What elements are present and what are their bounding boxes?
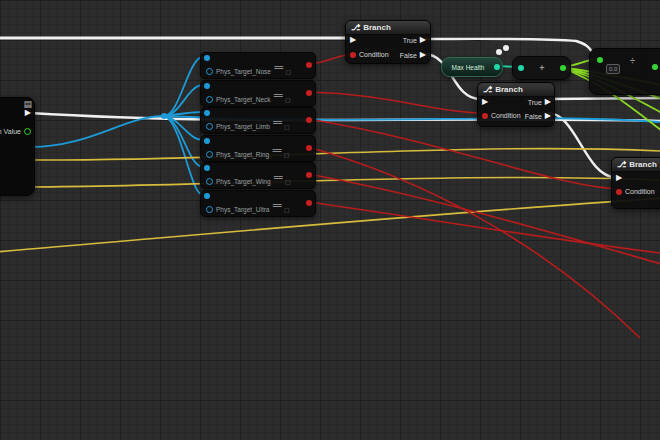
branch-icon: ⎇ [617, 158, 626, 171]
branch-header[interactable]: ⎇Branch [346, 21, 430, 35]
divide-operator-glyph: ÷ [630, 56, 635, 66]
true-label: True [528, 99, 542, 106]
compare-node-6[interactable]: Phys_Target_Ultra == ▢ [200, 190, 316, 217]
condition-label: Condition [359, 51, 389, 58]
wire-branch2-false-branch3 [548, 113, 615, 177]
wire-branch2-true [548, 98, 660, 99]
exec-input-pin[interactable]: ▶ [616, 174, 622, 182]
checkbox-glyph[interactable]: ▢ [284, 151, 290, 158]
float-input-pin[interactable] [597, 57, 603, 63]
condition-input-pin[interactable] [482, 113, 488, 119]
bool-output-pin[interactable] [306, 172, 312, 178]
wire-red-6 [308, 202, 660, 254]
condition-input-pin[interactable] [616, 189, 622, 195]
blueprint-canvas[interactable]: { "canvas": { "type": "unreal-blueprint-… [0, 0, 660, 440]
float-pin[interactable] [652, 64, 658, 70]
object-input-pin[interactable] [204, 193, 210, 199]
equals-glyph: == [272, 146, 281, 156]
branch-node-2[interactable]: ⎇Branch ▶ Condition ▶ True ▶ False [477, 82, 555, 127]
wire-yellow-2 [31, 177, 660, 187]
equals-glyph: == [273, 118, 282, 128]
compare-label: Phys_Target_Ultra [216, 206, 269, 213]
compare-node-4[interactable]: Phys_Target_Ring == ▢ [200, 135, 316, 162]
condition-input-pin[interactable] [350, 52, 356, 58]
object-input-pin[interactable] [204, 138, 210, 144]
wire-blue-fan5 [164, 116, 203, 167]
bool-output-pin[interactable] [306, 145, 312, 151]
checkbox-glyph[interactable]: ▢ [285, 68, 291, 75]
object-input-pin-2[interactable] [206, 178, 213, 185]
bool-output-pin[interactable] [306, 200, 312, 206]
object-input-pin-2[interactable] [206, 68, 213, 75]
float-output-pin[interactable] [494, 64, 500, 70]
condition-label: Condition [491, 112, 521, 119]
return-value-pin-label: n Value [0, 128, 21, 135]
object-input-pin[interactable] [204, 83, 210, 89]
compare-node-3[interactable]: Phys_Target_Limb == ▢ [200, 107, 316, 134]
branch-title: Branch [495, 85, 523, 94]
object-input-pin-2[interactable] [206, 123, 213, 130]
checkbox-glyph[interactable]: ▢ [285, 178, 291, 185]
object-input-pin-2[interactable] [206, 206, 213, 213]
float-output-pin[interactable] [560, 65, 566, 71]
compare-label: Phys_Target_Ring [216, 151, 269, 158]
compare-label: Phys_Target_Wing [216, 178, 271, 185]
object-input-pin[interactable] [204, 110, 210, 116]
blue-junction-dot[interactable] [161, 113, 167, 119]
equals-glyph: == [272, 201, 281, 211]
branch-title: Branch [629, 160, 657, 169]
reroute-dot[interactable] [496, 49, 502, 55]
checkbox-glyph[interactable]: ▢ [284, 206, 290, 213]
wire-red-4 [308, 147, 640, 338]
object-input-pin-2[interactable] [206, 96, 213, 103]
false-label: False [525, 113, 542, 120]
exec-input-pin[interactable]: ▶ [482, 98, 488, 106]
add-operator-glyph: + [524, 63, 560, 73]
object-input-pin[interactable] [204, 55, 210, 61]
max-health-getter-node[interactable]: Max Health [441, 57, 503, 77]
branch-node-3[interactable]: ⎇Branch ▶ Condition [611, 157, 660, 209]
true-label: True [403, 37, 417, 44]
bool-output-pin[interactable] [306, 117, 312, 123]
object-input-pin[interactable] [204, 165, 210, 171]
condition-label: Condition [625, 188, 655, 195]
false-output-pin[interactable]: ▶ [545, 112, 551, 120]
add-node[interactable]: + [512, 56, 571, 80]
float-output-pin[interactable] [24, 128, 31, 135]
branch-icon: ⎇ [351, 21, 360, 34]
exec-input-pin[interactable]: ▶ [350, 36, 356, 44]
equals-glyph: == [274, 63, 283, 73]
wire-red-2 [308, 92, 479, 113]
vector-wires [0, 149, 660, 252]
true-output-pin[interactable]: ▶ [420, 36, 426, 44]
equals-glyph: == [274, 173, 283, 183]
exec-output-pin[interactable]: ▶ [25, 109, 31, 117]
compare-label: Phys_Target_Limb [216, 123, 270, 130]
left-source-node[interactable]: ▤ ▶ n Value [0, 97, 35, 196]
compare-node-1[interactable]: Phys_Target_Nose == ▢ [200, 52, 316, 79]
branch-header[interactable]: ⎇Branch [478, 83, 554, 97]
compare-node-5[interactable]: Phys_Target_Wing == ▢ [200, 162, 316, 189]
branch-header[interactable]: ⎇Branch [612, 158, 660, 172]
branch-node-1[interactable]: ⎇Branch ▶ Condition ▶ True ▶ False [345, 20, 431, 64]
checkbox-glyph[interactable]: ▢ [284, 123, 290, 130]
variable-name: Max Health [442, 64, 494, 71]
reroute-dot[interactable] [503, 45, 509, 51]
checkbox-glyph[interactable]: ▢ [285, 96, 291, 103]
branch-icon: ⎇ [483, 83, 492, 96]
branch-title: Branch [363, 23, 391, 32]
equals-glyph: == [274, 91, 283, 101]
false-label: False [400, 52, 417, 59]
bool-output-pin[interactable] [306, 90, 312, 96]
wire-blue-trunk [31, 116, 164, 147]
default-value-input[interactable]: 0.0 [606, 64, 620, 74]
compare-node-2[interactable]: Phys_Target_Neck == ▢ [200, 80, 316, 107]
true-output-pin[interactable]: ▶ [545, 98, 551, 106]
false-output-pin[interactable]: ▶ [420, 51, 426, 59]
object-input-pin-2[interactable] [206, 151, 213, 158]
bool-output-pin[interactable] [306, 62, 312, 68]
divide-node[interactable]: 0.0 ÷ [589, 48, 660, 95]
compare-label: Phys_Target_Neck [216, 96, 271, 103]
wire-yellow-3 [0, 198, 660, 252]
compare-label: Phys_Target_Nose [216, 68, 271, 75]
